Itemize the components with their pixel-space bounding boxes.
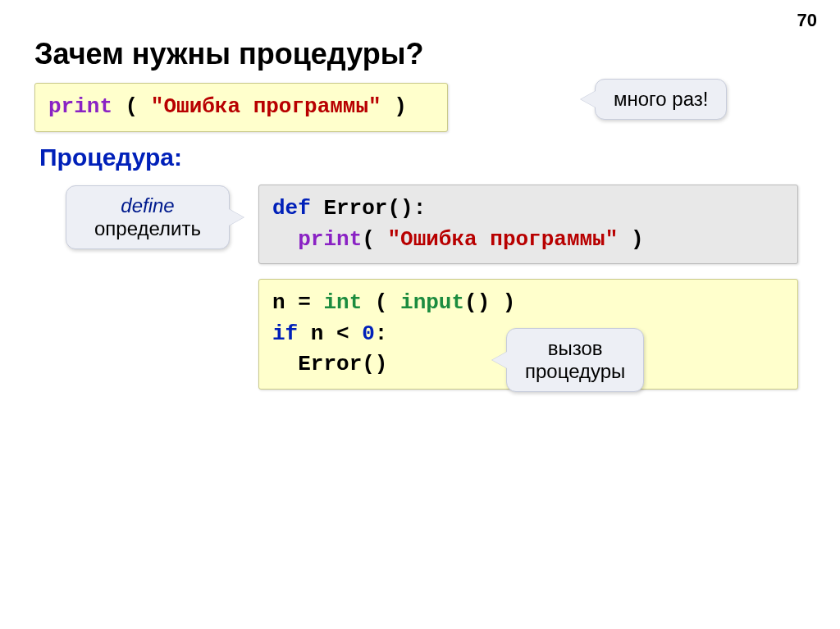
code-line: print( "Ошибка программы" ): [272, 225, 784, 256]
code-text: Error():: [311, 196, 426, 221]
callout-call-top: вызов: [525, 337, 625, 360]
indent: [272, 352, 298, 376]
code-text: n <: [298, 321, 362, 346]
keyword-print: print: [48, 94, 112, 119]
code-text: :: [375, 321, 388, 346]
string-literal: "Ошибка программы": [387, 227, 618, 252]
code-line: def Error():: [272, 194, 784, 225]
callout-define-bottom: определить: [84, 217, 211, 240]
code-text: ): [618, 227, 643, 252]
literal-zero: 0: [362, 321, 375, 346]
code-text: (: [112, 94, 151, 119]
keyword-int: int: [323, 290, 362, 315]
callout-call: вызов процедуры: [506, 328, 644, 392]
subheading-procedure: Процедура:: [39, 144, 182, 171]
callout-text: много раз!: [614, 88, 708, 110]
keyword-input: input: [400, 290, 464, 315]
indent: [272, 227, 298, 252]
keyword-print: print: [298, 227, 362, 252]
code-block-print: print ( "Ошибка программы" ): [34, 83, 448, 132]
code-text: (: [362, 227, 387, 252]
code-text: ): [381, 94, 407, 119]
code-block-def: def Error(): print( "Ошибка программы" ): [258, 185, 798, 264]
page-number: 70: [797, 10, 817, 31]
callout-call-bottom: процедуры: [525, 360, 625, 383]
keyword-def: def: [272, 196, 311, 221]
callout-define: define определить: [66, 185, 230, 249]
code-text: n =: [272, 290, 323, 315]
page-title: Зачем нужны процедуры?: [34, 37, 423, 71]
code-line: n = int ( input() ): [272, 288, 784, 319]
callout-many-times: много раз!: [595, 79, 727, 120]
keyword-if: if: [272, 321, 298, 346]
code-text: (: [362, 290, 400, 315]
callout-define-top: define: [84, 194, 211, 217]
code-text: Error(): [298, 352, 387, 376]
code-text: () ): [464, 290, 515, 315]
string-literal: "Ошибка программы": [151, 94, 381, 119]
